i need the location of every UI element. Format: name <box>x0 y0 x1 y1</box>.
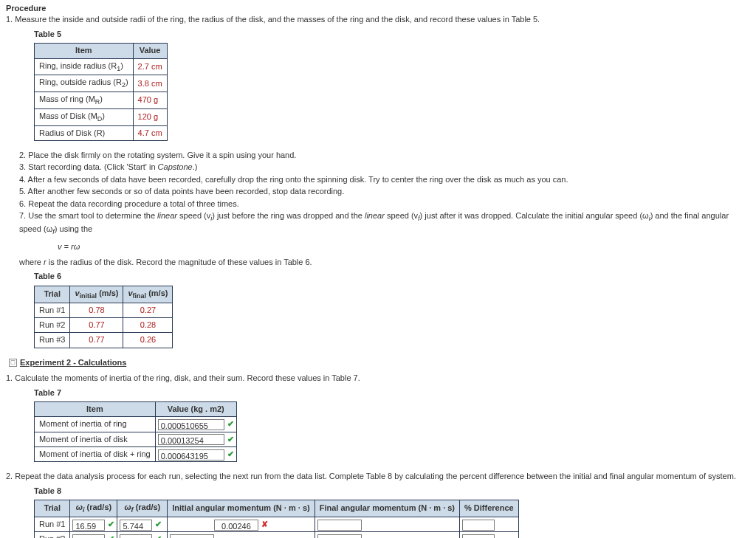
t5r2-item: Ring, outside radius (R <box>39 77 122 86</box>
t8-h-wi: ωi (rad/s) <box>70 500 117 517</box>
equation: v = rω <box>58 241 750 252</box>
exp2-step2: 2. Repeat the data analysis process for … <box>6 471 750 482</box>
t8r1-fam-input[interactable] <box>317 520 362 531</box>
t6-h-trial: Trial <box>35 286 70 303</box>
t8-h-fam: Final angular momentum (N · m · s) <box>315 500 459 517</box>
t7r2-input[interactable]: 0.00013254 <box>158 434 224 445</box>
table-row: Run #3 0.77 0.26 <box>35 333 173 348</box>
check-icon: ✔ <box>108 520 114 528</box>
table-row: Ring, outside radius (R2) 3.8 cm <box>35 75 168 92</box>
check-icon: ✔ <box>155 520 162 528</box>
t8r1-wi-input[interactable]: 16.59 <box>72 520 105 531</box>
table-row: Radius of Disk (R) 4.7 cm <box>35 125 168 140</box>
step-4: 4. After a few seconds of data have been… <box>19 174 750 185</box>
t5-head-value: Value <box>133 44 167 58</box>
table-row: Run #2 16.38✔ 5.957✔ <box>35 532 519 538</box>
experiment2-header: □Experiment 2 - Calculations <box>9 357 750 368</box>
t8r2-diff-input[interactable] <box>462 534 495 538</box>
check-icon: ✔ <box>227 449 234 458</box>
table-row: Run #2 0.77 0.28 <box>35 317 173 332</box>
step-1: 1. Measure the inside and outside radii … <box>6 14 750 25</box>
t8r2-fam-input[interactable] <box>317 534 362 538</box>
t5r1-val: 2.7 cm <box>133 58 167 75</box>
table5-label: Table 5 <box>34 29 750 40</box>
t7-h-val: Value (kg . m2) <box>155 401 236 416</box>
t5r2-val: 3.8 cm <box>133 75 167 92</box>
t5r4-val: 120 g <box>133 108 167 125</box>
check-icon: ✔ <box>108 534 114 538</box>
t8-h-iam: Initial angular momentum (N · m · s) <box>168 500 315 517</box>
t7r1-input[interactable]: 0.000510655 <box>158 419 224 430</box>
table6-label: Table 6 <box>34 271 750 282</box>
table-5: Item Value Ring, inside radius (R1) 2.7 … <box>34 43 168 141</box>
check-icon: ✔ <box>227 419 234 428</box>
procedure-title: Procedure <box>6 3 750 14</box>
t5r5-item: Radius of Disk (R) <box>35 125 134 140</box>
table-row: Mass of ring (MR) 470 g <box>35 92 168 109</box>
t8r1-diff-input[interactable] <box>462 520 495 531</box>
t5-head-item: Item <box>35 44 134 58</box>
step-7: 7. Use the smart tool to determine the l… <box>19 210 750 237</box>
t8r2-wf-input[interactable]: 5.957 <box>120 534 152 538</box>
table-6: Trial vinitial (m/s) vfinal (m/s) Run #1… <box>34 286 173 348</box>
table-row: Run #1 16.59✔ 5.744✔ 0.00246✘ <box>35 517 519 532</box>
t6-h-vf: vfinal (m/s) <box>123 286 173 303</box>
t8r1-wf-input[interactable]: 5.744 <box>120 520 152 531</box>
cross-icon: ✘ <box>261 520 268 528</box>
t6-h-vi: vinitial (m/s) <box>70 286 123 303</box>
table-row: Moment of inertia of disk + ring 0.00064… <box>35 447 237 462</box>
table-8: Trial ωi (rad/s) ωf (rad/s) Initial angu… <box>34 500 519 538</box>
t5r1-item: Ring, inside radius (R <box>39 61 117 70</box>
table8-label: Table 8 <box>34 486 750 497</box>
check-icon: ✔ <box>155 534 162 538</box>
eq-footer: where r is the radius of the disk. Recor… <box>19 257 750 268</box>
table-row: Moment of inertia of disk 0.00013254✔ <box>35 432 237 446</box>
table-row: Mass of Disk (MD) 120 g <box>35 108 168 125</box>
t8r2-iam-input[interactable] <box>170 534 214 538</box>
table-row: Run #1 0.78 0.27 <box>35 303 173 317</box>
t5r5-val: 4.7 cm <box>133 125 167 140</box>
t5r4-item: Mass of Disk (M <box>39 111 97 120</box>
t5r3-item: Mass of ring (M <box>39 94 95 103</box>
check-icon: ✔ <box>227 435 234 444</box>
table-row: Ring, inside radius (R1) 2.7 cm <box>35 58 168 75</box>
table-7: Item Value (kg . m2) Moment of inertia o… <box>34 401 237 463</box>
t8-h-trial: Trial <box>35 500 70 517</box>
step-2: 2. Place the disk firmly on the rotating… <box>19 150 750 161</box>
t8-h-diff: % Difference <box>460 500 519 517</box>
table7-label: Table 7 <box>34 387 750 399</box>
exp2-step1: 1. Calculate the moments of inertia of t… <box>6 373 750 384</box>
t7-h-item: Item <box>35 401 156 416</box>
t5r3-val: 470 g <box>133 92 167 109</box>
t7r3-input[interactable]: 0.000643195 <box>158 449 224 461</box>
step-3: 3. Start recording data. (Click 'Start' … <box>19 162 750 173</box>
step-5: 5. After another few seconds or so of da… <box>19 186 750 197</box>
t8r2-wi-input[interactable]: 16.38 <box>72 534 105 538</box>
t8r1-iam-input[interactable]: 0.00246 <box>214 520 258 531</box>
collapse-icon[interactable]: □ <box>9 359 17 367</box>
t8-h-wf: ωf (rad/s) <box>117 500 168 517</box>
table-row: Moment of inertia of ring 0.000510655✔ <box>35 417 237 432</box>
step-6: 6. Repeat the data recording procedure a… <box>19 199 750 210</box>
